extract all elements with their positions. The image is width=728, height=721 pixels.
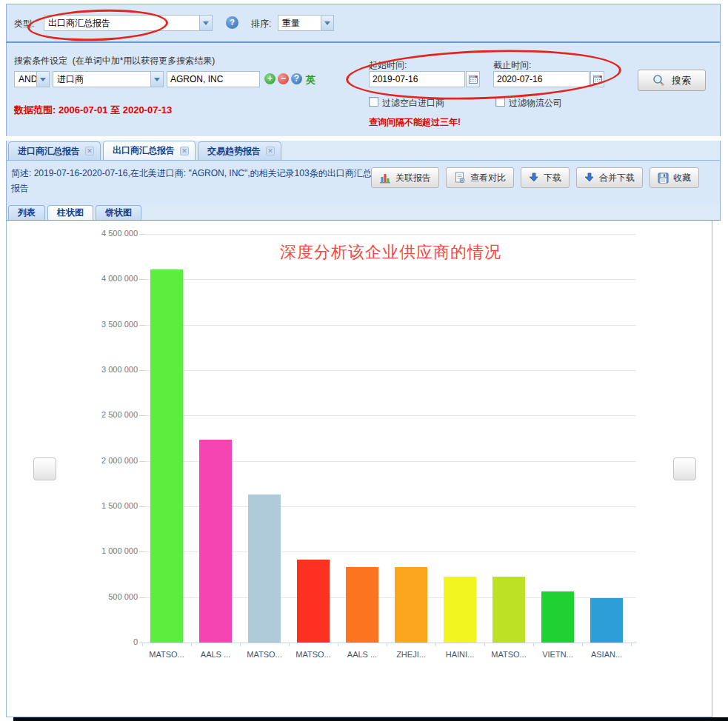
scroll-right-button[interactable] — [673, 457, 696, 480]
sort-select[interactable]: 重量 — [278, 15, 334, 31]
x-axis-tick — [387, 643, 387, 646]
bar[interactable] — [199, 440, 232, 643]
x-axis-tick — [338, 643, 338, 646]
x-axis-label: AALS ... — [191, 650, 240, 659]
report-type-value: 出口商汇总报告 — [44, 17, 199, 30]
search-bar: 搜索条件设定 (在单词中加*用以获得更多搜索结果) AND 进口商 + − ? … — [6, 43, 721, 136]
bar[interactable] — [590, 598, 623, 643]
tab-list-view[interactable]: 列表 — [8, 205, 45, 220]
x-axis-tick — [435, 643, 436, 646]
bar[interactable] — [248, 494, 281, 643]
bar[interactable] — [492, 577, 525, 643]
tab-bar-chart-view[interactable]: 柱状图 — [47, 205, 93, 220]
english-toggle-button[interactable]: 英 — [306, 73, 315, 87]
bar[interactable] — [346, 567, 378, 643]
remove-condition-icon[interactable]: − — [278, 73, 289, 84]
download-button[interactable]: 下载 — [521, 167, 570, 188]
search-button[interactable]: 搜索 — [638, 70, 706, 91]
close-icon[interactable]: ✕ — [85, 147, 94, 155]
calendar-icon[interactable] — [590, 71, 604, 87]
x-axis-tick — [631, 643, 632, 646]
chevron-down-icon — [36, 72, 49, 87]
close-icon[interactable]: ✕ — [266, 147, 275, 155]
end-date-input[interactable] — [493, 71, 590, 87]
data-range-text: 数据范围: 2006-07-01 至 2020-07-13 — [14, 104, 172, 117]
x-axis-label: MATSO... — [240, 650, 289, 659]
tab-exporter-summary-report[interactable]: 出口商汇总报告 ✕ — [103, 141, 196, 160]
y-axis-tick — [139, 597, 145, 598]
chevron-down-icon — [199, 16, 212, 30]
merge-download-button[interactable]: 合并下载 — [576, 167, 643, 188]
y-axis-label: 4 500 000 — [34, 229, 138, 238]
y-axis-tick — [139, 325, 145, 326]
x-axis-label: MATSO... — [289, 650, 338, 659]
y-axis-label: 0 — [34, 637, 138, 646]
view-tab-strip: 列表 柱状图 饼状图 — [6, 205, 721, 221]
filter-blank-importer-label: 过滤空白进口商 — [382, 97, 444, 110]
report-toolbar: 关联报告 查看对比 下载 合并下载 收藏 — [371, 167, 699, 188]
x-axis-tick — [142, 643, 143, 646]
related-reports-button[interactable]: 关联报告 — [371, 167, 439, 188]
x-axis-tick — [582, 643, 583, 646]
gridline — [145, 234, 636, 235]
start-date-input[interactable] — [369, 71, 465, 87]
start-time-label: 起始时间: — [369, 59, 407, 72]
y-axis-tick — [139, 506, 145, 507]
help-icon[interactable]: ? — [291, 73, 302, 84]
sort-value: 重量 — [278, 17, 321, 30]
report-page: 类型: 出口商汇总报告 ? 排序: 重量 搜索条件设定 (在单词中加*用以获得更… — [0, 0, 728, 721]
search-button-label: 搜索 — [672, 74, 691, 87]
bool-operator-select[interactable]: AND — [14, 71, 50, 87]
tab-pie-chart-view[interactable]: 饼状图 — [96, 205, 141, 220]
x-axis-label: MATSO... — [484, 650, 533, 659]
tab-trade-trend-report[interactable]: 交易趋势报告 ✕ — [198, 141, 281, 160]
gridline — [145, 415, 636, 416]
gridline — [145, 279, 636, 280]
y-axis-label: 3 500 000 — [34, 320, 138, 329]
gridline — [145, 325, 636, 326]
view-compare-button[interactable]: 查看对比 — [446, 167, 514, 188]
help-icon[interactable]: ? — [226, 16, 238, 29]
x-axis-label: VIETN... — [533, 650, 582, 659]
bar[interactable] — [444, 577, 476, 643]
chart-title: 深度分析该企业供应商的情况 — [145, 241, 636, 264]
bar[interactable] — [541, 591, 574, 643]
x-axis-tick — [191, 643, 192, 646]
y-axis-label: 3 000 000 — [34, 365, 138, 374]
filter-blank-importer-checkbox[interactable] — [369, 97, 378, 107]
calendar-icon[interactable] — [466, 71, 480, 87]
window-bottom-edge — [13, 717, 728, 721]
add-condition-icon[interactable]: + — [264, 73, 275, 84]
bar[interactable] — [150, 269, 183, 643]
x-axis-label: ZHEJI... — [387, 650, 435, 659]
filter-logistics-label: 过滤物流公司 — [509, 97, 562, 110]
y-axis-tick — [139, 461, 145, 462]
report-type-select[interactable]: 出口商汇总报告 — [44, 15, 213, 31]
summary-text: 简述: 2019-07-16-2020-07-16,在北美进口商: "AGRON… — [11, 166, 375, 195]
end-time-label: 截止时间: — [493, 59, 531, 72]
tab-importer-summary-report[interactable]: 进口商汇总报告 ✕ — [8, 141, 101, 160]
search-field-select[interactable]: 进口商 — [53, 71, 164, 87]
x-axis-label: AALS ... — [338, 650, 387, 659]
summary-bar: 简述: 2019-07-16-2020-07-16,在北美进口商: "AGRON… — [6, 160, 721, 205]
x-axis-tick — [533, 643, 534, 646]
scroll-left-button[interactable] — [33, 457, 56, 480]
favorite-button[interactable]: 收藏 — [649, 167, 699, 188]
sort-label: 排序: — [251, 18, 271, 30]
download-arrow-icon — [584, 172, 595, 183]
chevron-down-icon — [150, 72, 163, 87]
chart-panel: 深度分析该企业供应商的情况 0500 0001 000 0001 500 000… — [6, 221, 712, 717]
bar[interactable] — [395, 567, 427, 643]
chevron-down-icon — [321, 16, 333, 30]
gridline — [145, 370, 636, 371]
filter-logistics-checkbox[interactable] — [495, 97, 505, 107]
keyword-input[interactable] — [167, 71, 260, 87]
search-icon — [652, 74, 665, 87]
close-icon[interactable]: ✕ — [180, 147, 189, 155]
bar[interactable] — [297, 560, 330, 643]
x-axis-line — [142, 643, 637, 643]
x-axis-label: MATSO... — [142, 650, 191, 659]
y-axis-tick — [139, 234, 145, 235]
y-axis-label: 2 500 000 — [34, 410, 138, 419]
y-axis-tick — [139, 279, 145, 280]
